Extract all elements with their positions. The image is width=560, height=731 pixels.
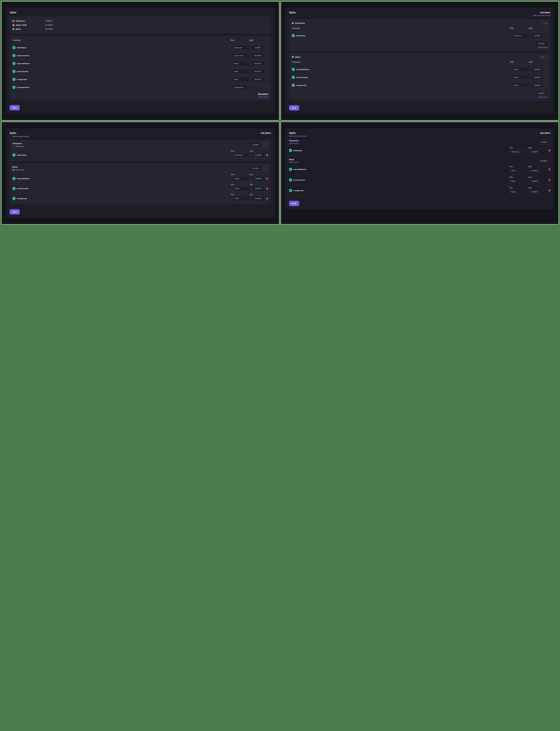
- group-subtotal-input[interactable]: [249, 142, 262, 147]
- split-everyone-evenly-link[interactable]: Split everyone evenly: [289, 135, 307, 137]
- role-color-icon: ♛: [292, 22, 294, 24]
- remove-button[interactable]: ×: [544, 76, 548, 79]
- card-title: Splits: [10, 132, 29, 134]
- card-title: Splits: [289, 11, 296, 14]
- chevron-down-icon: ▾: [248, 47, 248, 48]
- remove-button[interactable]: ×: [544, 84, 548, 87]
- role-select[interactable]: Mods▾: [233, 176, 251, 181]
- split-input[interactable]: [251, 77, 264, 82]
- split-input[interactable]: [528, 189, 541, 194]
- remove-button[interactable]: ×: [548, 168, 550, 170]
- split-input[interactable]: [251, 45, 264, 50]
- group-subtotal-input[interactable]: [535, 91, 548, 96]
- table-row: Role Split orangesoda Mods▾ ×: [12, 192, 268, 202]
- group-subtotal-input[interactable]: [249, 166, 262, 171]
- split-evenly-checkbox[interactable]: ✓: [12, 169, 14, 171]
- split-input[interactable]: [252, 196, 265, 201]
- username: tearywildflower: [293, 168, 509, 170]
- role-group: ♛ Streamers ↑ ↓ Teammate Role Split diab…: [289, 19, 550, 51]
- role-select[interactable]: Super mods▾: [233, 53, 250, 58]
- save-button[interactable]: Save: [289, 105, 299, 110]
- remove-button[interactable]: ×: [544, 68, 548, 71]
- group-subtotal-input[interactable]: [538, 140, 550, 144]
- split-input[interactable]: [531, 33, 544, 38]
- crown-icon: ♛: [12, 20, 14, 22]
- role-select[interactable]: Mods▾: [512, 67, 530, 72]
- role-select[interactable]: Streamers▾: [233, 45, 250, 50]
- role-select[interactable]: Mods▾: [233, 77, 250, 82]
- save-button[interactable]: Save: [10, 105, 20, 110]
- split-input[interactable]: [531, 75, 544, 80]
- remove-button[interactable]: ×: [548, 189, 550, 191]
- split-input[interactable]: [528, 179, 541, 183]
- split-evenly-link[interactable]: Split evenly: [12, 96, 268, 98]
- remove-button[interactable]: ×: [264, 54, 268, 57]
- split-evenly-link[interactable]: Split evenly: [292, 47, 548, 48]
- split-evenly-link[interactable]: Split evenly: [289, 142, 299, 144]
- role-select[interactable]: Streamers▾: [233, 153, 251, 157]
- username: diablolique: [17, 47, 233, 49]
- role-select[interactable]: Unassigned▾: [233, 85, 250, 90]
- split-input[interactable]: [252, 176, 265, 181]
- split-everyone-evenly-link[interactable]: Split everyone evenly: [533, 14, 551, 16]
- split-input[interactable]: [528, 168, 541, 173]
- move-down-button: ↓: [545, 56, 548, 59]
- remove-button[interactable]: ×: [266, 187, 268, 190]
- role-select[interactable]: Mods▾: [509, 168, 527, 173]
- avatar: [12, 177, 16, 180]
- avatar: [289, 189, 292, 192]
- remove-button[interactable]: ×: [266, 178, 268, 180]
- remove-button[interactable]: ×: [548, 149, 550, 151]
- table-row: orangesoda Mods▾ ×: [292, 81, 548, 89]
- total-pct: 100.000%: [540, 132, 550, 134]
- edit-button[interactable]: ✎: [263, 142, 268, 147]
- split-everyone-checkbox[interactable]: [10, 135, 12, 137]
- save-button[interactable]: Save: [10, 209, 20, 214]
- role-select[interactable]: Mods▾: [512, 75, 530, 80]
- table-row: diablolique Streamers▾: [12, 44, 268, 52]
- remove-button[interactable]: ×: [266, 154, 268, 156]
- split-evenly-link[interactable]: Split evenly: [289, 161, 299, 163]
- group-subtotal-input[interactable]: [535, 41, 548, 46]
- splits-card: Splits Split everyone evenly 100.000% St…: [6, 128, 274, 218]
- split-input[interactable]: [531, 67, 544, 72]
- col-role: Role: [231, 150, 250, 152]
- remove-button[interactable]: ×: [264, 86, 268, 89]
- remove-button[interactable]: ×: [264, 62, 268, 65]
- group-subtotal-input[interactable]: [538, 159, 550, 163]
- split-evenly-link[interactable]: Split evenly: [292, 96, 548, 98]
- split-input[interactable]: [531, 83, 544, 88]
- total-pct: 100.000%: [12, 93, 268, 95]
- role-select[interactable]: Mods▾: [509, 189, 527, 194]
- role-select[interactable]: Mods▾: [233, 186, 251, 191]
- avatar: [289, 178, 292, 181]
- role-select[interactable]: Streamers▾: [509, 149, 527, 154]
- role-select[interactable]: Mods▾: [509, 179, 527, 183]
- role-select[interactable]: Mods▾: [233, 69, 250, 74]
- role-select[interactable]: Mods▾: [512, 83, 530, 88]
- group-name: Mods: [295, 56, 300, 58]
- split-input[interactable]: [251, 53, 264, 58]
- split-input[interactable]: [251, 61, 264, 66]
- split-input[interactable]: [252, 153, 265, 157]
- save-button[interactable]: Save: [289, 201, 299, 206]
- split-input[interactable]: [528, 149, 541, 154]
- avatar: [12, 153, 16, 157]
- role-select[interactable]: Mods▾: [233, 61, 250, 66]
- move-up-button[interactable]: ↑: [541, 56, 544, 59]
- move-down-button[interactable]: ↓: [545, 22, 548, 25]
- remove-button[interactable]: ×: [264, 70, 268, 73]
- username: leashappraiser: [17, 86, 233, 88]
- split-evenly-checkbox[interactable]: [12, 145, 14, 147]
- split-input[interactable]: [251, 69, 264, 74]
- role-group: Mods Split evenly tearywildflower Role S…: [289, 158, 550, 196]
- role-select[interactable]: Mods▾: [233, 196, 251, 201]
- split-input[interactable]: [252, 186, 265, 191]
- remove-button[interactable]: ×: [548, 179, 550, 181]
- role-select[interactable]: Streamers▾: [512, 33, 530, 38]
- edit-button[interactable]: ✎: [263, 166, 268, 171]
- remove-button[interactable]: ×: [266, 197, 268, 199]
- remove-button[interactable]: ×: [264, 78, 268, 81]
- avatar: [289, 168, 292, 171]
- col-split: Split: [250, 193, 264, 195]
